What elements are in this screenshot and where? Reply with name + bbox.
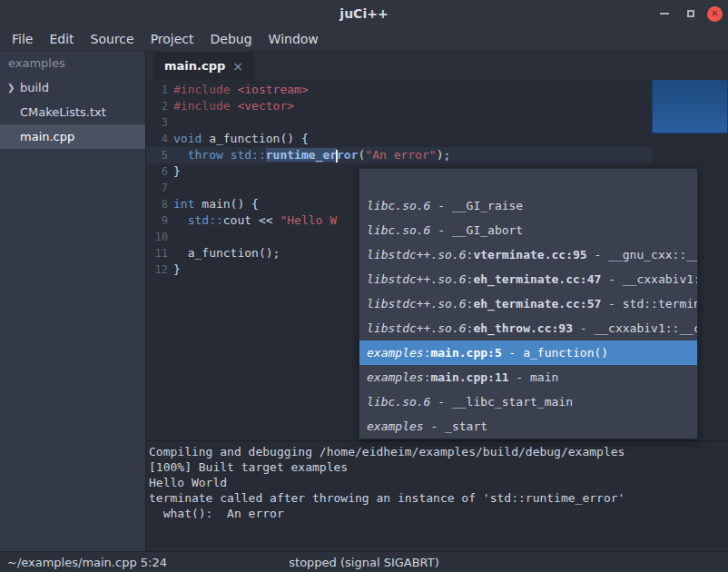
app-window: juCi++ ✕ FileEditSourceProjectDebugWindo… bbox=[0, 0, 728, 572]
line-number: 6 bbox=[146, 163, 168, 180]
stack-row-segment: - a_function() bbox=[502, 346, 608, 360]
stack-row-segment: libc.so.6 bbox=[367, 199, 430, 212]
stack-row-6[interactable]: libstdc++.so.6:eh_throw.cc:93 - __cxxabi… bbox=[359, 316, 697, 340]
stack-row-segment: examples bbox=[367, 419, 424, 433]
line-number: 5 bbox=[146, 147, 168, 163]
stack-row-segment: - __GI_abort bbox=[430, 223, 523, 237]
editor-panel: main.cpp × 1#include <iostream>2#include… bbox=[146, 52, 728, 551]
tree-item-label: CMakeLists.txt bbox=[20, 105, 106, 119]
tree-item-label: build bbox=[20, 81, 49, 94]
code-text: } bbox=[173, 261, 181, 278]
stack-row-4[interactable]: libstdc++.so.6:eh_terminate.cc:47 - __cx… bbox=[359, 267, 697, 291]
menu-project[interactable]: Project bbox=[143, 27, 202, 51]
code-segment bbox=[223, 148, 231, 162]
stack-row-segment: eh_terminate.cc:47 bbox=[473, 272, 601, 286]
code-segment: int bbox=[173, 197, 194, 211]
code-segment: #include bbox=[173, 99, 231, 113]
code-line-1[interactable]: 1#include <iostream> bbox=[146, 82, 728, 98]
line-number: 7 bbox=[146, 180, 168, 196]
code-segment: cout bbox=[223, 213, 251, 227]
tab-close-icon[interactable]: × bbox=[232, 60, 243, 73]
stack-row-segment: - __GI_raise bbox=[430, 199, 523, 212]
tree-item-cmakelists-txt[interactable]: CMakeLists.txt bbox=[0, 100, 145, 124]
code-segment: "An error" bbox=[365, 148, 436, 162]
code-text: std::cout << "Hello W bbox=[173, 212, 337, 229]
line-number: 3 bbox=[146, 114, 168, 131]
stack-row-10[interactable]: examples - _start bbox=[359, 414, 697, 439]
terminal-output[interactable]: Compiling and debugging /home/eidheim/ex… bbox=[146, 440, 728, 551]
tree-item-label: main.cpp bbox=[20, 130, 74, 143]
code-line-4[interactable]: 4void a_function() { bbox=[146, 131, 728, 147]
line-number: 11 bbox=[146, 245, 168, 261]
stack-row-segment: libstdc++.so.6 bbox=[367, 297, 467, 311]
stack-row-segment: - __libc_start_main bbox=[430, 395, 573, 409]
stack-row-0[interactable] bbox=[359, 169, 697, 193]
code-text: #include <vector> bbox=[173, 98, 294, 114]
stack-row-segment: eh_throw.cc:93 bbox=[473, 321, 573, 335]
tab-label: main.cpp bbox=[164, 59, 225, 73]
stack-row-9[interactable]: libc.so.6 - __libc_start_main bbox=[359, 390, 697, 414]
stack-row-7[interactable]: examples:main.cpp:5 - a_function() bbox=[359, 340, 697, 365]
main-area: examples ❯buildCMakeLists.txtmain.cpp ma… bbox=[0, 52, 728, 551]
terminal-line: [100%] Built target examples bbox=[149, 459, 724, 475]
line-number: 8 bbox=[146, 196, 168, 212]
tab-main-cpp[interactable]: main.cpp × bbox=[153, 52, 254, 80]
stack-row-segment: main.cpp:5 bbox=[430, 346, 501, 360]
chevron-right-icon: ❯ bbox=[7, 83, 20, 93]
code-segment bbox=[173, 148, 188, 162]
stack-row-segment: - std::terminate() bbox=[601, 297, 697, 311]
stack-row-2[interactable]: libc.so.6 - __GI_abort bbox=[359, 218, 697, 242]
code-segment: std:: bbox=[188, 213, 223, 227]
close-button[interactable]: ✕ bbox=[707, 6, 723, 22]
menu-source[interactable]: Source bbox=[83, 27, 143, 51]
code-segment: } bbox=[173, 262, 181, 276]
stack-row-segment: - _start bbox=[424, 419, 487, 433]
menu-file[interactable]: File bbox=[4, 27, 41, 51]
stack-row-5[interactable]: libstdc++.so.6:eh_terminate.cc:57 - std:… bbox=[359, 291, 697, 316]
line-number: 12 bbox=[146, 261, 168, 278]
tree-item-build[interactable]: ❯build bbox=[0, 75, 145, 100]
stack-row-segment: examples bbox=[367, 370, 424, 384]
menu-edit[interactable]: Edit bbox=[41, 27, 82, 51]
code-line-3[interactable]: 3 bbox=[146, 114, 728, 131]
stack-row-segment: - __gnu_cxx::__verbos bbox=[587, 248, 697, 261]
status-location: ~/examples/main.cpp 5:24 bbox=[7, 556, 167, 569]
minimize-button[interactable] bbox=[654, 4, 674, 24]
code-segment: } bbox=[173, 164, 181, 178]
line-number: 10 bbox=[146, 229, 168, 245]
code-text: throw std::runtime_error("An error"); bbox=[173, 147, 450, 163]
code-segment: main() { bbox=[194, 197, 258, 211]
stack-row-segment: - __cxxabiv1::__term bbox=[601, 272, 697, 286]
code-segment: throw bbox=[188, 148, 223, 162]
code-line-5[interactable]: 5 throw std::runtime_error("An error"); bbox=[146, 147, 728, 163]
window-title: juCi++ bbox=[339, 6, 388, 21]
restore-button[interactable] bbox=[681, 4, 701, 24]
line-number: 4 bbox=[146, 131, 168, 147]
titlebar[interactable]: juCi++ ✕ bbox=[0, 0, 728, 27]
stack-row-segment: main.cpp:11 bbox=[430, 370, 508, 384]
terminal-line: terminate called after throwing an insta… bbox=[149, 490, 724, 506]
code-segment: ); bbox=[437, 148, 451, 162]
stack-row-1[interactable]: libc.so.6 - __GI_raise bbox=[359, 193, 697, 218]
code-line-2[interactable]: 2#include <vector> bbox=[146, 98, 728, 114]
close-icon: ✕ bbox=[711, 9, 718, 18]
tabbar: main.cpp × bbox=[146, 52, 728, 80]
stack-row-segment: - __cxxabiv1::__cxa_thro bbox=[573, 321, 697, 335]
sidebar: examples ❯buildCMakeLists.txtmain.cpp bbox=[0, 52, 146, 551]
line-number: 1 bbox=[146, 82, 168, 98]
code-text: int main() { bbox=[173, 196, 259, 212]
code-text: } bbox=[173, 163, 181, 180]
terminal-line: Hello World bbox=[149, 475, 724, 490]
code-segment: runtime_er bbox=[266, 148, 337, 162]
code-segment: a_function(); bbox=[173, 246, 280, 260]
stack-row-segment: libstdc++.so.6 bbox=[367, 272, 467, 286]
code-segment: ror bbox=[337, 148, 358, 162]
menu-debug[interactable]: Debug bbox=[202, 27, 261, 51]
code-segment: <vector> bbox=[237, 99, 294, 113]
menu-window[interactable]: Window bbox=[261, 27, 327, 51]
stack-row-3[interactable]: libstdc++.so.6:vterminate.cc:95 - __gnu_… bbox=[359, 242, 697, 267]
terminal-line: Compiling and debugging /home/eidheim/ex… bbox=[149, 444, 724, 459]
code-text: #include <iostream> bbox=[173, 82, 309, 98]
stack-row-8[interactable]: examples:main.cpp:11 - main bbox=[359, 365, 697, 390]
tree-item-main-cpp[interactable]: main.cpp bbox=[0, 124, 145, 149]
